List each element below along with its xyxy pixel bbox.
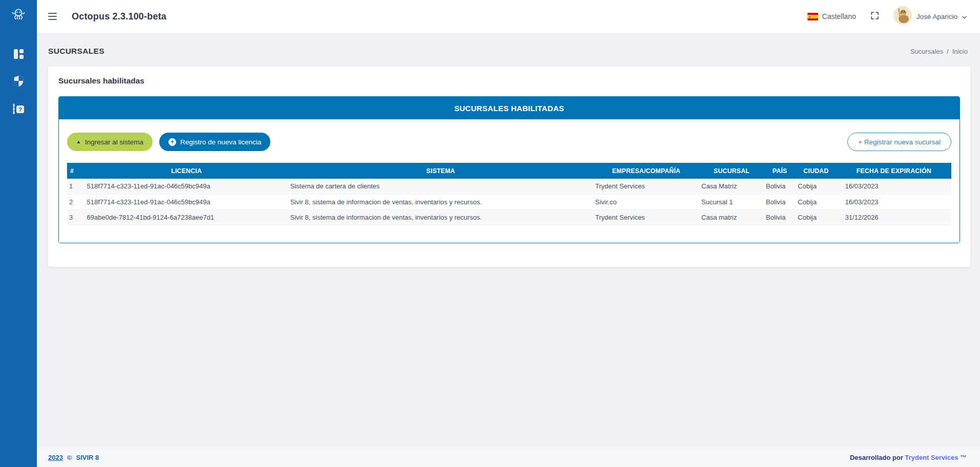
- cell-pais: Bolivia: [764, 194, 796, 209]
- header-index: #: [67, 163, 85, 179]
- svg-text:?: ?: [18, 107, 22, 113]
- sidebar-item-security[interactable]: [0, 68, 37, 96]
- cell-sistema: Sivir 8, sistema de informacion de venta…: [288, 194, 593, 209]
- panel-header: SUCURSALES HABILITADAS: [59, 97, 960, 119]
- header-ciudad: CIUDAD: [796, 163, 836, 179]
- app-title: Octopus 2.3.100-beta: [72, 11, 166, 22]
- cell-index: 2: [67, 194, 85, 209]
- branches-panel: SUCURSALES HABILITADAS ▲ Ingresar al sis…: [58, 96, 960, 243]
- footer-brand: SIVIR 8: [76, 454, 99, 461]
- table-row: 2 518f7714-c323-11ed-91ac-046c59bc949a S…: [67, 194, 951, 209]
- cell-fecha: 16/03/2023: [836, 194, 951, 209]
- cell-sucursal: Casa matriz: [699, 209, 764, 225]
- card-heading: Sucursales habilitadas: [58, 76, 960, 86]
- branches-table: # LICENCIA SISTEMA EMPRESA/COMPAÑÍA SUCU…: [67, 163, 951, 225]
- cell-sistema: Sistema de cartera de clientes: [288, 179, 593, 194]
- cell-empresa: Sivir.co: [593, 194, 699, 209]
- cell-ciudad: Cobija: [796, 209, 836, 225]
- help-icon: ?: [12, 103, 25, 117]
- fullscreen-button[interactable]: [870, 11, 880, 23]
- sidebar-item-dashboard[interactable]: [0, 40, 37, 68]
- page-title: SUCURSALES: [48, 47, 104, 56]
- cell-empresa: Trydent Services: [593, 209, 699, 225]
- topbar: Octopus 2.3.100-beta Castellano: [37, 0, 980, 33]
- cell-empresa: Trydent Services: [593, 179, 699, 194]
- header-pais: PAÍS: [764, 163, 796, 179]
- new-license-button[interactable]: + Registro de nueva licencia: [159, 133, 270, 151]
- login-system-button[interactable]: ▲ Ingresar al sistema: [67, 133, 153, 151]
- user-menu[interactable]: José Aparicio: [893, 6, 967, 27]
- breadcrumb-separator: /: [947, 48, 949, 55]
- table-row: 1 518f7714-c323-11ed-91ac-046c59bc949a S…: [67, 179, 951, 194]
- plus-circle-icon: +: [168, 138, 176, 146]
- footer-year-link[interactable]: 2023: [48, 454, 63, 461]
- cell-ciudad: Cobija: [796, 194, 836, 209]
- cell-pais: Bolivia: [764, 179, 796, 194]
- spain-flag-icon: [807, 13, 818, 20]
- register-branch-button[interactable]: + Registrar nueva sucursal: [847, 133, 951, 151]
- header-licencia: LICENCIA: [85, 163, 288, 179]
- panel-title: SUCURSALES HABILITADAS: [454, 104, 564, 113]
- breadcrumb-item-sucursales[interactable]: Sucursales: [910, 48, 943, 55]
- cell-fecha: 16/03/2023: [836, 179, 951, 194]
- triangle-up-icon: ▲: [76, 140, 81, 144]
- dashboard-icon: [14, 49, 24, 59]
- page-content: SUCURSALES Sucursales / Inicio Sucursale…: [37, 33, 980, 448]
- cell-sucursal: Casa Matriz: [699, 179, 764, 194]
- sidebar: ?: [0, 0, 37, 467]
- cell-index: 1: [67, 179, 85, 194]
- shield-icon: [13, 75, 24, 89]
- user-name: José Aparicio: [917, 13, 957, 20]
- header-empresa: EMPRESA/COMPAÑÍA: [593, 163, 699, 179]
- login-system-label: Ingresar al sistema: [85, 138, 143, 146]
- breadcrumb-item-inicio[interactable]: Inicio: [952, 48, 968, 55]
- cell-sucursal: Sucursal 1: [699, 194, 764, 209]
- language-selector[interactable]: Castellano: [807, 12, 856, 20]
- cell-pais: Bolivia: [764, 209, 796, 225]
- cell-licencia: 518f7714-c323-11ed-91ac-046c59bc949a: [85, 179, 288, 194]
- copyright-symbol: ©: [67, 454, 72, 461]
- chevron-down-icon: [962, 12, 967, 21]
- sidebar-menu: ?: [0, 33, 37, 124]
- header-sucursal: SUCURSAL: [699, 163, 764, 179]
- avatar: [893, 6, 912, 27]
- breadcrumb: Sucursales / Inicio: [910, 48, 968, 55]
- app-logo[interactable]: [0, 0, 37, 33]
- header-fecha: FECHA DE EXPIRACIÓN: [836, 163, 951, 179]
- sidebar-item-help[interactable]: ?: [0, 96, 37, 124]
- cell-ciudad: Cobija: [796, 179, 836, 194]
- cell-index: 3: [67, 209, 85, 225]
- hamburger-menu-button[interactable]: [47, 11, 58, 22]
- cell-sistema: Sivir 8, sistema de informacion de venta…: [288, 209, 593, 225]
- footer: 2023 © SIVIR 8 Desarrollado por Trydent …: [37, 448, 980, 467]
- octopus-logo-icon: [9, 6, 28, 27]
- table-row: 3 69abe0de-7812-41bd-9124-6a7238aee7d1 S…: [67, 209, 951, 225]
- cell-licencia: 69abe0de-7812-41bd-9124-6a7238aee7d1: [85, 209, 288, 225]
- header-sistema: SISTEMA: [288, 163, 593, 179]
- branches-card: Sucursales habilitadas SUCURSALES HABILI…: [48, 67, 970, 267]
- cell-licencia: 518f7714-c323-11ed-91ac-046c59bc949a: [85, 194, 288, 209]
- new-license-label: Registro de nueva licencia: [180, 138, 261, 146]
- fullscreen-icon: [870, 11, 880, 23]
- developed-by-label: Desarrollado por: [850, 454, 903, 461]
- table-header-row: # LICENCIA SISTEMA EMPRESA/COMPAÑÍA SUCU…: [67, 163, 951, 179]
- developer-link[interactable]: Trydent Services ™: [905, 454, 967, 461]
- cell-fecha: 31/12/2026: [836, 209, 951, 225]
- language-label: Castellano: [822, 12, 856, 20]
